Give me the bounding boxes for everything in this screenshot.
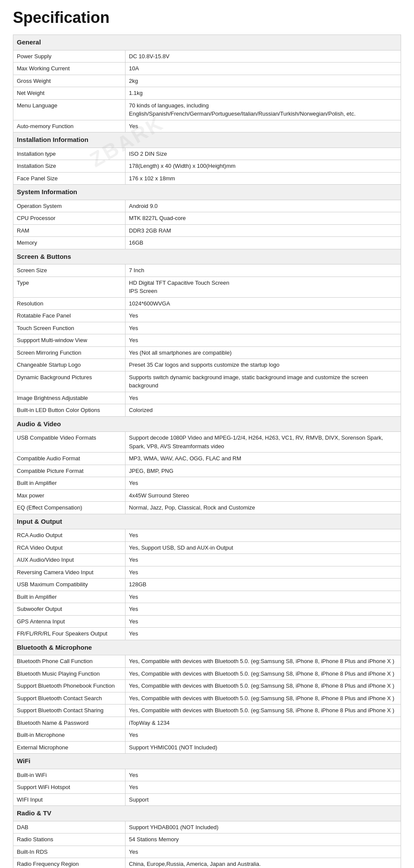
section-header: Installation Information — [13, 132, 401, 148]
row-label: Compatible Picture Format — [13, 465, 125, 477]
row-label: Built-In RDS — [13, 846, 125, 858]
table-row: Support Bluetooth Contact SharingYes, Co… — [13, 704, 401, 717]
row-label: Installation type — [13, 148, 125, 160]
row-label: Compatible Audio Format — [13, 453, 125, 465]
table-row: Bluetooth Music Playing FunctionYes, Com… — [13, 667, 401, 680]
table-row: EQ (Effect Compensation)Normal, Jazz, Po… — [13, 502, 401, 514]
section-header: System Information — [13, 185, 401, 200]
table-row: Subwoofer OutputYes — [13, 603, 401, 616]
row-label: GPS Antenna Input — [13, 615, 125, 628]
row-value: 4x45W Surround Stereo — [125, 489, 401, 502]
row-label: Built-in WiFi — [13, 769, 125, 781]
row-label: Built-in Microphone — [13, 729, 125, 742]
row-value: DDR3 2GB RAM — [125, 224, 401, 237]
row-label: Gross Weight — [13, 75, 125, 87]
table-row: Built in AmplifierYes — [13, 591, 401, 603]
table-row: Support WiFi HotspotYes — [13, 781, 401, 794]
table-row: Built-in WiFiYes — [13, 769, 401, 781]
row-label: Auto-memory Function — [13, 120, 125, 132]
section-header: General — [13, 35, 401, 50]
table-row: RCA Video OutputYes, Support USB, SD and… — [13, 541, 401, 554]
row-label: Reversing Camera Video Input — [13, 566, 125, 579]
row-label: Max power — [13, 489, 125, 502]
table-row: Screen Size7 Inch — [13, 264, 401, 277]
row-label: Screen Size — [13, 264, 125, 277]
row-value: 54 Stations Memory — [125, 833, 401, 846]
row-label: Touch Screen Function — [13, 322, 125, 334]
row-value: 70 kinds of languages, including English… — [125, 99, 401, 120]
row-value: Yes — [125, 120, 401, 132]
table-row: RAM DDR3 2GB RAM — [13, 224, 401, 237]
row-value: Support — [125, 793, 401, 806]
row-value: China, Europe,Russia, America, Japan and… — [125, 858, 401, 868]
table-row: Gross Weight2kg — [13, 75, 401, 87]
row-label: Face Panel Size — [13, 172, 125, 185]
row-value: Yes — [125, 729, 401, 742]
table-row: Bluetooth Name & PasswordiTopWay & 1234 — [13, 717, 401, 729]
row-value: Yes — [125, 334, 401, 347]
row-label: Support WiFi Hotspot — [13, 781, 125, 794]
row-value: Preset 35 Car logos and supports customi… — [125, 359, 401, 371]
row-value: Yes — [125, 628, 401, 640]
table-row: RCA Audio OutputYes — [13, 529, 401, 542]
table-row: Compatible Picture FormatJPEG, BMP, PNG — [13, 465, 401, 477]
table-row: USB Compatible Video FormatsSupport deco… — [13, 432, 401, 453]
section-header: Input & Output — [13, 514, 401, 529]
section-header: Audio & Video — [13, 416, 401, 432]
row-value: Normal, Jazz, Pop, Classical, Rock and C… — [125, 502, 401, 514]
row-value: iTopWay & 1234 — [125, 717, 401, 729]
row-value: Yes, Support USB, SD and AUX-in Output — [125, 541, 401, 554]
row-label: Memory — [13, 237, 125, 249]
table-row: Net Weight1.1kg — [13, 87, 401, 100]
row-value: Yes, Compatible with devices with Blueto… — [125, 692, 401, 704]
row-label: Changeable Startup Logo — [13, 359, 125, 371]
table-row: TypeHD Digital TFT Capacitive Touch Scre… — [13, 277, 401, 297]
row-value: Yes — [125, 603, 401, 616]
row-value: HD Digital TFT Capacitive Touch ScreenIP… — [125, 277, 401, 297]
row-value: MP3, WMA, WAV, AAC, OGG, FLAC and RM — [125, 453, 401, 465]
row-label: Subwoofer Output — [13, 603, 125, 616]
row-label: Bluetooth Phone Call Function — [13, 655, 125, 668]
row-label: Bluetooth Name & Password — [13, 717, 125, 729]
table-row: Support Bluetooth Contact SearchYes, Com… — [13, 692, 401, 704]
page-title: Specification — [13, 9, 401, 27]
row-value: 1024*600WVGA — [125, 297, 401, 310]
row-label: Dynamic Background Pictures — [13, 371, 125, 392]
row-label: Max Working Current — [13, 63, 125, 75]
table-row: Built-In RDSYes — [13, 846, 401, 858]
row-value: Yes — [125, 529, 401, 542]
row-value: Yes — [125, 846, 401, 858]
row-value: Yes, Compatible with devices with Blueto… — [125, 704, 401, 717]
row-value: Supports switch dynamic background image… — [125, 371, 401, 392]
row-label: Resolution — [13, 297, 125, 310]
row-value: Android 9.0 — [125, 200, 401, 212]
row-label: Installation Size — [13, 160, 125, 173]
row-label: Radio Stations — [13, 833, 125, 846]
row-value: 7 Inch — [125, 264, 401, 277]
table-row: AUX Audio/Video InputYes — [13, 554, 401, 566]
table-row: Suppport Multi-window ViewYes — [13, 334, 401, 347]
table-row: USB Maximum Compatibility128GB — [13, 579, 401, 591]
row-label: FR/FL/RR/RL Four Speakers Output — [13, 628, 125, 640]
row-value: Yes — [125, 769, 401, 781]
row-value: 176 x 102 x 18mm — [125, 172, 401, 185]
table-row: Support Bluetooth Phonebook FunctionYes,… — [13, 680, 401, 692]
row-value: MTK 8227L Quad-core — [125, 212, 401, 225]
row-value: Yes — [125, 310, 401, 322]
row-value: Support YHMIC001 (NOT Included) — [125, 741, 401, 754]
table-row: Reversing Camera Video InputYes — [13, 566, 401, 579]
table-row: Power SupplyDC 10.8V-15.8V — [13, 50, 401, 63]
row-label: Radio Frequency Region — [13, 858, 125, 868]
table-row: Installation typeISO 2 DIN Size — [13, 148, 401, 160]
table-row: Rotatable Face PanelYes — [13, 310, 401, 322]
table-row: Installation Size178(Length) x 40 (Width… — [13, 160, 401, 173]
row-value: Support YHDAB001 (NOT Included) — [125, 821, 401, 833]
table-row: Face Panel Size176 x 102 x 18mm — [13, 172, 401, 185]
table-row: FR/FL/RR/RL Four Speakers OutputYes — [13, 628, 401, 640]
row-label: Type — [13, 277, 125, 297]
row-label: RAM — [13, 224, 125, 237]
table-row: External MicrophoneSupport YHMIC001 (NOT… — [13, 741, 401, 754]
table-row: Dynamic Background PicturesSupports swit… — [13, 371, 401, 392]
row-value: Yes, Compatible with devices with Blueto… — [125, 655, 401, 668]
row-label: RCA Video Output — [13, 541, 125, 554]
